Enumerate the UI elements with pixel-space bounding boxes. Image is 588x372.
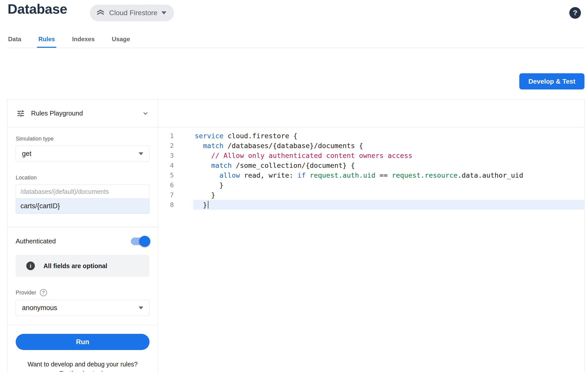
info-text: All fields are optional [43, 262, 107, 270]
location-base-path[interactable]: /databases/(default)/documents [16, 184, 150, 199]
authenticated-row: Authenticated [16, 237, 150, 245]
line-number: 8 [158, 200, 174, 210]
chevron-down-icon [139, 307, 143, 309]
tune-icon [16, 109, 25, 118]
code-line-content: // Allow only authenticated content owne… [195, 151, 412, 160]
code-line-content: } [195, 180, 224, 190]
divider [7, 325, 158, 325]
location-label: Location [16, 174, 150, 181]
help-button[interactable]: ? [569, 7, 581, 19]
line-number: 3 [158, 151, 174, 160]
simulation-type-select[interactable]: get [16, 146, 150, 162]
collapse-chevron-icon[interactable] [142, 110, 149, 117]
rules-playground-header[interactable]: Rules Playground [7, 100, 158, 127]
chevron-down-icon [161, 11, 166, 14]
simulation-type-value: get [22, 150, 32, 158]
firestore-icon [96, 8, 105, 17]
chevron-down-icon [139, 152, 143, 155]
rules-playground-sidebar: Rules Playground Simulation type get Loc… [7, 100, 158, 372]
code-line[interactable]: 8 } [158, 200, 584, 210]
code-line[interactable]: 7 } [158, 190, 584, 200]
code-token [306, 171, 310, 179]
tab-divider [7, 48, 585, 48]
provider-label: Provider [16, 289, 36, 296]
rules-playground-body: Simulation type get Location /databases/… [7, 127, 158, 372]
code-token: request.auth.uid [310, 171, 375, 179]
code-token: read, write: [240, 171, 298, 179]
line-number: 7 [158, 190, 174, 200]
provider-row: Provider ? [16, 289, 150, 296]
code-token: } [195, 201, 207, 209]
code-token: request.resource [392, 171, 457, 179]
toggle-knob [139, 236, 150, 247]
divider [7, 227, 158, 227]
dev-tools-link[interactable]: Try the dev tools [16, 370, 150, 372]
tab-rules[interactable]: Rules [38, 30, 55, 48]
code-line[interactable]: 2 match /databases/{database}/documents … [158, 141, 584, 151]
rules-playground-title: Rules Playground [31, 109, 136, 117]
line-number: 2 [158, 141, 174, 151]
code-token [195, 152, 211, 159]
code-line-content: service cloud.firestore { [195, 131, 297, 141]
line-number: 1 [158, 131, 174, 141]
provider-select[interactable]: anonymous [16, 300, 150, 316]
code-token: /databases/{database}/documents { [224, 142, 363, 150]
authenticated-label: Authenticated [16, 237, 56, 245]
tab-indexes[interactable]: Indexes [71, 30, 95, 48]
code-token [195, 142, 203, 150]
code-line[interactable]: 1service cloud.firestore { [158, 131, 584, 141]
line-number: 5 [158, 170, 174, 180]
code-token: cloud.firestore { [224, 132, 298, 140]
location-input[interactable]: carts/{cartID} [16, 199, 150, 214]
code-token: // Allow only authenticated content owne… [211, 152, 412, 159]
code-token: match [211, 161, 232, 169]
rules-panel: Rules Playground Simulation type get Loc… [7, 99, 584, 372]
tab-data[interactable]: Data [8, 30, 22, 48]
provider-value: anonymous [22, 304, 57, 312]
code-token: /some_collection/{document} { [232, 161, 355, 169]
text-cursor [208, 201, 208, 208]
tab-bar: Data Rules Indexes Usage [8, 30, 131, 48]
line-number: 4 [158, 160, 174, 170]
code-line-content: match /some_collection/{document} { [195, 160, 355, 170]
info-banner: i All fields are optional [16, 255, 150, 277]
code-line[interactable]: 5 allow read, write: if request.auth.uid… [158, 170, 584, 180]
code-token [195, 161, 211, 169]
code-token: == [375, 171, 392, 179]
help-icon: ? [573, 9, 577, 17]
dev-tools-text: Want to develop and debug your rules? [16, 361, 150, 368]
simulation-type-label: Simulation type [16, 135, 150, 142]
develop-test-button[interactable]: Develop & Test [519, 73, 584, 89]
code-line[interactable]: 3 // Allow only authenticated content ow… [158, 151, 584, 160]
database-selector[interactable]: Cloud Firestore [90, 5, 174, 21]
info-icon: i [26, 262, 35, 270]
authenticated-toggle[interactable] [131, 238, 150, 245]
editor-toolbar [158, 100, 584, 127]
code-line-content: match /databases/{database}/documents { [195, 141, 363, 151]
code-token [195, 171, 219, 179]
code-lines: 1service cloud.firestore {2 match /datab… [158, 131, 584, 210]
code-token: .data.author_uid [457, 171, 523, 179]
line-number: 6 [158, 180, 174, 190]
code-line-content: allow read, write: if request.auth.uid =… [195, 170, 523, 180]
code-line-content: } [195, 190, 215, 200]
code-token: allow [219, 171, 240, 179]
code-token: } [195, 191, 215, 199]
code-line[interactable]: 6 } [158, 180, 584, 190]
provider-help-icon[interactable]: ? [40, 289, 47, 296]
database-selector-label: Cloud Firestore [109, 9, 157, 17]
code-token: if [297, 171, 306, 179]
rules-editor: 1service cloud.firestore {2 match /datab… [158, 100, 584, 372]
page-title: Database [8, 1, 67, 17]
code-line[interactable]: 4 match /some_collection/{document} { [158, 160, 584, 170]
code-token: } [195, 181, 224, 189]
code-token: match [203, 142, 224, 150]
code-token: service [195, 132, 224, 140]
code-line-content: } [195, 200, 208, 210]
code-editor[interactable]: 1service cloud.firestore {2 match /datab… [158, 127, 584, 372]
tab-usage[interactable]: Usage [111, 30, 131, 48]
run-button[interactable]: Run [16, 334, 150, 350]
